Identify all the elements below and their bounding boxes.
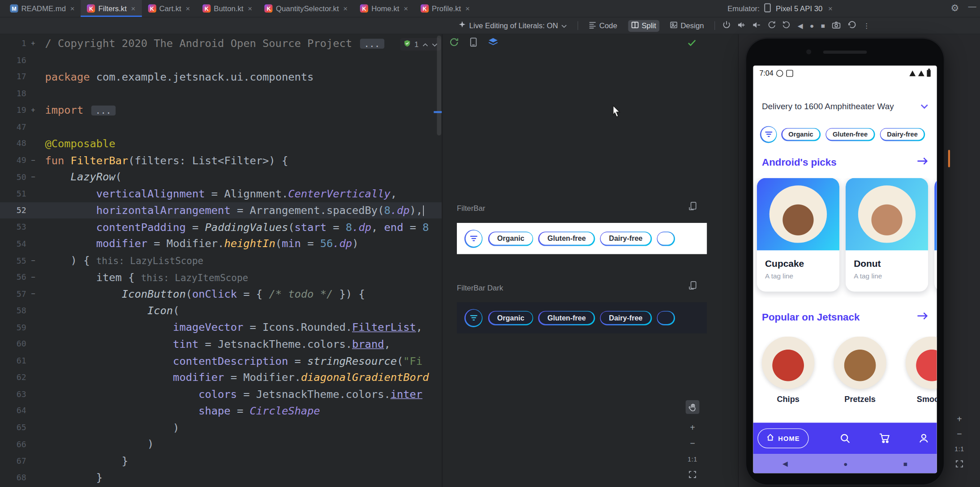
overview-button-icon[interactable]: ■	[821, 22, 825, 29]
rotate-right-icon[interactable]	[782, 21, 791, 30]
deploy-preview-icon[interactable]	[689, 202, 697, 213]
tab-Profile.kt[interactable]: KProfile.kt×	[414, 0, 476, 17]
tab-Button.kt[interactable]: KButton.kt×	[196, 0, 258, 17]
volume-up-icon[interactable]	[738, 21, 746, 30]
tab-close-icon[interactable]: ×	[465, 4, 470, 13]
code-view-button[interactable]: Code	[585, 20, 620, 32]
cart-icon[interactable]	[879, 433, 891, 447]
code-line[interactable]: 16	[0, 51, 442, 68]
zoom-in-button[interactable]: +	[953, 412, 967, 426]
zoom-in-button[interactable]: +	[686, 421, 700, 435]
tab-Home.kt[interactable]: KHome.kt×	[354, 0, 414, 17]
filterbar-preview-dark[interactable]: OrganicGluten-freeDairy-free	[457, 302, 707, 333]
tab-close-icon[interactable]: ×	[70, 4, 75, 13]
chevron-down-icon[interactable]	[920, 102, 928, 111]
code-line[interactable]: 66 )	[0, 436, 442, 453]
code-editor[interactable]: 1+/ Copyright 2020 The Android Open Sour…	[0, 34, 443, 487]
fold-marker[interactable]: −	[26, 156, 40, 164]
editor-scrollbar[interactable]	[437, 36, 441, 136]
filterbar-preview-light[interactable]: OrganicGluten-freeDairy-free	[457, 223, 707, 254]
fold-marker[interactable]: −	[26, 273, 40, 281]
tab-README.md[interactable]: MREADME.md×	[4, 0, 81, 17]
fold-marker[interactable]: −	[26, 173, 40, 181]
filter-chip[interactable]: Dairy-free	[880, 128, 925, 141]
android-home-icon[interactable]: ●	[843, 460, 847, 467]
prev-problem-icon[interactable]	[422, 40, 428, 49]
code-line[interactable]: 65 )	[0, 419, 442, 436]
filter-icon[interactable]	[464, 230, 482, 248]
pixel5-emulator[interactable]: 7:04 Delivery to 1600 Amphitheater Way	[746, 38, 944, 484]
zoom-fit-icon[interactable]	[686, 468, 700, 482]
filter-chip[interactable]: Dairy-free	[600, 311, 651, 325]
code-line[interactable]: 63 colors = JetsnackTheme.colors.inter	[0, 386, 442, 402]
deploy-preview-icon[interactable]	[689, 281, 697, 292]
more-options-icon[interactable]: ⋮	[863, 22, 870, 29]
code-line[interactable]: 55− ) { this: LazyListScope	[0, 252, 442, 269]
gear-icon[interactable]: ⚙	[950, 3, 959, 14]
fold-marker[interactable]: +	[26, 39, 40, 47]
code-line[interactable]: 67 }	[0, 453, 442, 469]
back-button-icon[interactable]: ◀	[798, 22, 803, 29]
code-line[interactable]: 51 verticalAlignment = Alignment.CenterV…	[0, 185, 442, 202]
tab-close-icon[interactable]: ×	[186, 4, 190, 13]
delivery-selector[interactable]: Delivery to 1600 Amphitheater Way	[753, 94, 937, 118]
code-line[interactable]: 48@Composable	[0, 135, 442, 152]
nav-home-button[interactable]: HOME	[757, 428, 808, 449]
split-view-button[interactable]: Split	[628, 20, 659, 32]
tab-close-icon[interactable]: ×	[404, 4, 408, 13]
zoom-reset-button[interactable]: 1:1	[953, 442, 967, 456]
code-line[interactable]: 59 imageVector = Icons.Rounded.FilterLis…	[0, 319, 442, 335]
zoom-out-button[interactable]: −	[953, 427, 967, 441]
zoom-reset-button[interactable]: 1:1	[686, 452, 700, 466]
emulator-close-icon[interactable]: ×	[828, 4, 833, 13]
device-config-icon[interactable]	[469, 37, 477, 49]
rotate-left-icon[interactable]	[768, 21, 776, 30]
code-line[interactable]: 64 shape = CircleShape	[0, 402, 442, 419]
zoom-out-button[interactable]: −	[686, 436, 700, 450]
code-line[interactable]: 58 Icon(	[0, 302, 442, 319]
snapshot-icon[interactable]	[847, 21, 856, 30]
code-line[interactable]: 1+/ Copyright 2020 The Android Open Sour…	[0, 35, 442, 51]
code-line[interactable]: 62 modifier = Modifier.diagonalGradientB…	[0, 369, 442, 385]
filter-icon[interactable]	[760, 126, 777, 143]
code-line[interactable]: 47	[0, 119, 442, 135]
snack-item-Chips[interactable]: Chips	[762, 337, 814, 404]
build-refresh-icon[interactable]	[449, 37, 459, 49]
screenshot-icon[interactable]	[832, 21, 841, 30]
home-button-icon[interactable]: ●	[810, 22, 814, 29]
filter-chip[interactable]: Organic	[488, 311, 533, 325]
filter-chip[interactable]: Gluten-free	[825, 128, 875, 141]
tab-Filters.kt[interactable]: KFilters.kt×	[81, 0, 142, 17]
code-line[interactable]: 56− item { this: LazyItemScope	[0, 269, 442, 285]
filter-chip[interactable]: Organic	[781, 128, 820, 141]
phone-screen[interactable]: 7:04 Delivery to 1600 Amphitheater Way	[753, 65, 937, 473]
zoom-fit-icon[interactable]	[953, 457, 967, 471]
snack-card-Donut[interactable]: DonutA tag line	[846, 178, 928, 292]
inspections-widget[interactable]: 1	[400, 38, 441, 51]
snack-item-Smooth[interactable]: Smooth	[906, 337, 937, 404]
android-back-icon[interactable]: ◀	[782, 460, 788, 468]
fold-marker[interactable]: −	[26, 290, 40, 298]
tab-QuantitySelector.kt[interactable]: KQuantitySelector.kt×	[258, 0, 354, 17]
code-line[interactable]: 18	[0, 85, 442, 102]
snack-item-Pretzels[interactable]: Pretzels	[834, 337, 886, 404]
code-line[interactable]: 54 modifier = Modifier.heightIn(min = 56…	[0, 235, 442, 252]
power-icon[interactable]	[722, 21, 731, 30]
code-line[interactable]: 57− IconButton(onClick = { /* todo */ })…	[0, 286, 442, 302]
pan-tool-icon[interactable]	[686, 400, 700, 414]
tab-close-icon[interactable]: ×	[131, 4, 136, 13]
code-line[interactable]: 68 }	[0, 469, 442, 486]
tab-Cart.kt[interactable]: KCart.kt×	[142, 0, 196, 17]
volume-down-icon[interactable]	[752, 21, 761, 30]
live-editing-toggle[interactable]: Live Editing of Literals: ON	[455, 19, 570, 32]
fold-marker[interactable]: −	[26, 256, 40, 265]
filter-chip[interactable]: Gluten-free	[538, 231, 595, 246]
arrow-right-icon[interactable]	[917, 312, 928, 323]
arrow-right-icon[interactable]	[917, 157, 928, 168]
filter-chip[interactable]: Dairy-free	[600, 231, 651, 246]
code-line[interactable]: 17package com.example.jetsnack.ui.compon…	[0, 68, 442, 85]
code-line[interactable]: 50− LazyRow(	[0, 169, 442, 185]
tab-close-icon[interactable]: ×	[343, 4, 348, 13]
search-icon[interactable]	[839, 433, 851, 447]
emulator-device-tab[interactable]: Pixel 5 API 30	[776, 4, 822, 13]
